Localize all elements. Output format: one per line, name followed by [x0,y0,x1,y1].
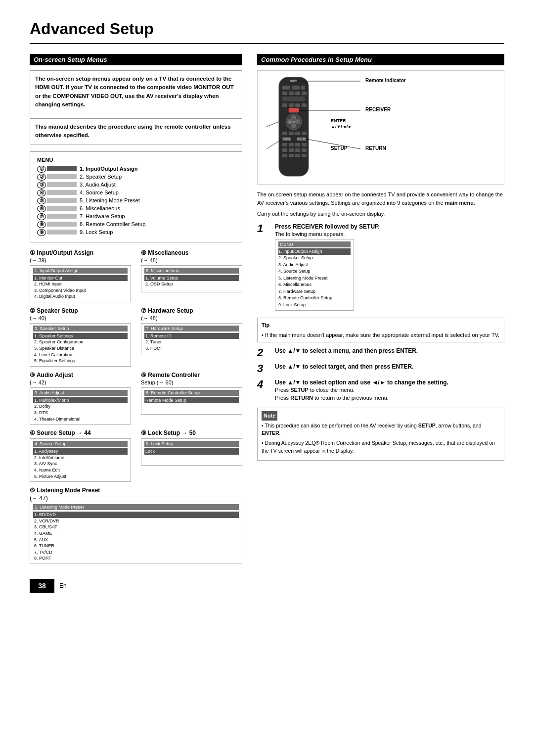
mini-menu-item-2: 2. Speaker Setup [278,255,351,262]
note-box: Note • This procedure can also be perfor… [257,408,504,461]
submenu-title-7: ⑦ Hardware Setup [141,307,242,314]
mini-menu-item-6: 6. Miscellaneous [278,282,351,288]
note-item-1: • This procedure can also be performed o… [262,422,500,438]
screen-item-7-1: 1. Remote ID [144,333,239,339]
submenu-hardware-setup: ⑦ Hardware Setup (→ 48) 7. Hardware Setu… [141,307,242,367]
svg-rect-39 [289,154,294,157]
tip-box: Tip • If the main menu doesn't appear, m… [257,318,504,342]
note-item-2: • During Audyssey 2EQ® Room Correction a… [262,439,500,455]
listening-item-2: 2. VCR/DVR [33,518,239,524]
svg-rect-33 [302,143,307,146]
svg-rect-23 [289,132,294,135]
label-remote-indicator: Remote indicator [365,78,406,83]
listening-item-4: 4. GAME [33,530,239,537]
screen-item-3-4: 4. Theater-Dimensional [33,416,128,423]
label-receiver: RECEIVER [365,107,391,112]
step-1-content: Press RECEIVER followed by SETUP. The fo… [275,223,504,313]
label-setup: SETUP [331,145,347,151]
menu-bar-2 [47,174,77,179]
submenu-grid: ① Input/Output Assign (→ 39) 1. Input/Ou… [30,249,242,482]
submenu-arrow-2: (→ 40) [30,315,131,321]
menu-label-8: 8. Remote Controller Setup [80,221,145,227]
screen-item-4-4: 4. Name Edit [33,467,128,473]
page-footer: 38 En [30,579,504,593]
svg-rect-12 [295,103,300,107]
menu-item-5: ⑤ 5. Listening Mode Preset [37,197,235,204]
menu-num-8: ⑧ [37,221,46,228]
submenu-remote-controller: ⑧ Remote Controller Setup (→ 60) 8. Remo… [141,372,242,425]
menu-num-4: ④ [37,189,46,196]
menu-item-4: ④ 4. Source Setup [37,189,235,196]
screen-item-2-3: 3. Speaker Distance [33,345,128,352]
svg-rect-9 [282,96,305,101]
screen-item-7-2: 2. Tuner [144,339,239,345]
screen-item-4-1: 1. Audyssey [33,448,128,455]
submenu-screen-7: 7. Hardware Setup 1. Remote ID 2. Tuner … [141,323,242,354]
submenu-title-2: ② Speaker Setup [30,307,131,314]
step-4-sub1: Press SETUP to close the menu. [275,387,504,393]
left-column: On-screen Setup Menus The on-screen setu… [30,54,242,564]
menu-bar-4 [47,190,77,195]
svg-rect-30 [282,143,287,146]
submenu-title-6: ⑥ Miscellaneous [141,249,242,256]
menu-item-8: ⑧ 8. Remote Controller Setup [37,221,235,228]
mini-menu-item-4: 4. Source Setup [278,268,351,275]
step-1-menu-header: MENU [278,241,351,247]
intro-box-1: The on-screen setup menus appear only on… [30,70,242,113]
svg-rect-25 [302,132,307,135]
menu-item-7: ⑦ 7. Hardware Setup [37,213,235,220]
svg-rect-7 [295,92,300,95]
step-2-num: 2 [257,347,272,358]
menu-item-3: ③ 3. Audio Adjust [37,182,235,189]
svg-rect-5 [282,92,287,95]
screen-item-4-2: 2. IntelliVolume [33,455,128,461]
menu-num-1: ① [37,166,46,173]
svg-text:ENTER: ENTER [289,121,296,123]
listening-screen: 5. Listening Mode Preset 1. BD/DVD 2. VC… [30,502,242,564]
svg-rect-11 [289,103,294,107]
mini-menu-item-3: 3. Audio Adjust [278,262,351,269]
submenu-input-output: ① Input/Output Assign (→ 39) 1. Input/Ou… [30,249,131,302]
svg-rect-35 [289,148,294,152]
screen-header-4: 4. Source Setup [33,441,128,447]
screen-item-2-5: 5. Equalizer Settings [33,358,128,364]
submenu-arrow-8: Setup (→ 60) [141,379,242,385]
svg-rect-32 [295,143,300,146]
menu-bar-8 [47,222,77,227]
step-2-row: 2 Use ▲/▼ to select a menu, and then pre… [257,347,504,358]
listening-item-8: 8. PORT [33,555,239,562]
screen-item-1-2: 2. HDMI Input [33,281,128,287]
screen-header-9: 9. Lock Setup [144,441,239,447]
mini-menu-item-8: 8. Remote Controller Setup [278,295,351,302]
screen-header-3: 3. Audio Adjust [33,390,128,396]
menu-num-3: ③ [37,182,46,189]
menu-bar-3 [47,182,77,187]
svg-rect-31 [289,143,294,146]
step-3-num: 3 [257,363,272,374]
submenu-audio-adjust: ③ Audio Adjust (→ 42) 3. Audio Adjust 1.… [30,372,131,425]
label-return: RETURN [365,145,386,151]
submenu-speaker-setup: ② Speaker Setup (→ 40) 2. Speaker Setup … [30,307,131,367]
mini-menu-item-9: 9. Lock Setup [278,302,351,309]
submenu-miscellaneous: ⑥ Miscellaneous (→ 48) 6. Miscellaneous … [141,249,242,302]
step-3-content: Use ▲/▼ to select target, and then press… [275,363,504,371]
title-divider [30,43,504,44]
page-number-badge: 38 [30,579,54,593]
submenu-screen-6: 6. Miscellaneous 1. Volume Setup 2. OSD … [141,265,242,292]
svg-rect-38 [282,154,287,157]
main-layout: On-screen Setup Menus The on-screen setu… [30,54,504,564]
listening-screen-header: 5. Listening Mode Preset [33,504,239,510]
menu-title: MENU [37,157,235,163]
submenu-listening-mode: ⑤ Listening Mode Preset (→ 47) 5. Listen… [30,487,242,564]
svg-text:SETUP: SETUP [283,138,290,141]
step-1-row: 1 Press RECEIVER followed by SETUP. The … [257,223,504,313]
menu-label-1: 1. Input/Output Assign [80,166,138,172]
step-4-content: Use ▲/▼ to select option and use ◄/► to … [275,379,504,403]
menu-diagram-box: MENU ① 1. Input/Output Assign ② 2. Speak… [30,151,242,242]
submenu-lock-setup: ⑨ Lock Setup → 50 9. Lock Setup Lock [141,429,242,482]
remote-labels: Remote indicator RECEIVER ENTER▲/▼/◄/► S… [331,75,500,179]
menu-bar-7 [47,214,77,219]
remote-diagram-box: ENTER SETUP RETURN [257,70,504,185]
svg-rect-13 [302,103,307,107]
submenu-arrow-3: (→ 42) [30,379,131,385]
